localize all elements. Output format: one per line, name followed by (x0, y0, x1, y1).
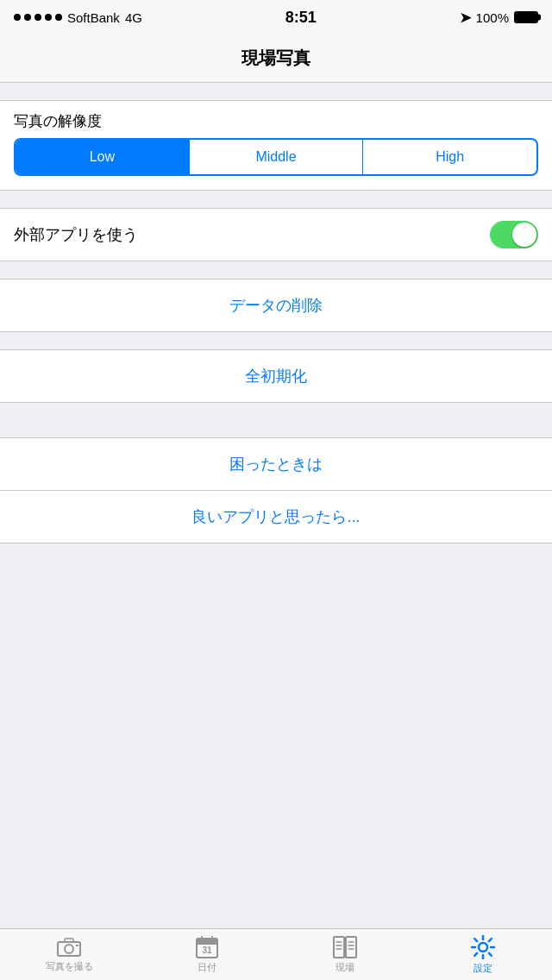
tab-genba-label: 現場 (336, 961, 354, 974)
svg-line-23 (474, 939, 477, 941)
tab-camera[interactable]: 写真を撮る (0, 929, 138, 980)
gear-icon (471, 935, 495, 959)
tab-genba[interactable]: 現場 (276, 929, 414, 980)
photo-resolution-header: 写真の解像度 (0, 101, 552, 138)
gap-bottom (0, 543, 552, 561)
gap-mid4b (0, 420, 552, 437)
gap-mid4 (0, 403, 552, 420)
resolution-segmented-control: Low Middle High (14, 138, 538, 176)
signal-dots (14, 14, 62, 21)
content-area: 写真の解像度 Low Middle High 外部アプリを使う データの削除 全… (0, 83, 552, 928)
gap-mid3 (0, 332, 552, 349)
reset-all-label: 全初期化 (245, 366, 307, 386)
book-icon (333, 936, 357, 958)
resolution-middle-button[interactable]: Middle (190, 140, 364, 174)
battery-icon (514, 11, 538, 23)
resolution-high-button[interactable]: High (363, 140, 536, 174)
tab-date-label: 日付 (198, 961, 216, 974)
help-row[interactable]: 困ったときは (0, 438, 552, 490)
gap-top (0, 83, 552, 100)
status-time: 8:51 (285, 9, 317, 27)
gap-mid1 (0, 191, 552, 208)
delete-data-section: データの削除 (0, 279, 552, 332)
tab-bar: 写真を撮る 31 日付 (0, 928, 552, 980)
toggle-knob (512, 223, 536, 247)
delete-data-label: データの削除 (229, 295, 323, 316)
help-label: 困ったときは (229, 454, 323, 474)
reset-all-row[interactable]: 全初期化 (0, 350, 552, 402)
svg-rect-3 (76, 945, 78, 946)
camera-icon (57, 937, 81, 958)
rate-label: 良いアプリと思ったら... (191, 506, 360, 527)
svg-point-1 (65, 945, 73, 953)
rate-row[interactable]: 良いアプリと思ったら... (0, 491, 552, 543)
gap-mid2 (0, 261, 552, 279)
tab-date[interactable]: 31 日付 (138, 929, 276, 980)
svg-line-26 (474, 952, 477, 955)
page-title: 現場写真 (242, 47, 310, 70)
external-app-row: 外部アプリを使う (0, 208, 552, 261)
resolution-low-button[interactable]: Low (16, 140, 190, 174)
delete-data-row[interactable]: データの削除 (0, 280, 552, 331)
svg-text:31: 31 (202, 945, 212, 955)
svg-rect-2 (65, 939, 73, 942)
status-left: SoftBank 4G (14, 10, 142, 25)
network-label: 4G (125, 10, 142, 25)
tab-camera-label: 写真を撮る (46, 960, 93, 973)
svg-line-25 (489, 939, 492, 941)
calendar-icon: 31 (196, 936, 218, 958)
svg-point-18 (479, 943, 487, 952)
svg-line-24 (489, 952, 492, 955)
status-right: ➤ 100% (460, 9, 538, 26)
tab-settings-label: 設定 (474, 962, 492, 975)
location-icon: ➤ (460, 9, 471, 26)
tab-settings[interactable]: 設定 (414, 929, 552, 980)
svg-rect-9 (334, 937, 344, 958)
carrier-label: SoftBank (67, 10, 120, 25)
svg-rect-5 (197, 939, 217, 945)
help-section: 困ったときは 良いアプリと思ったら... (0, 437, 552, 543)
battery-percent: 100% (476, 10, 509, 25)
status-bar: SoftBank 4G 8:51 ➤ 100% (0, 0, 552, 35)
reset-all-section: 全初期化 (0, 349, 552, 403)
external-app-label: 外部アプリを使う (14, 224, 138, 245)
external-app-toggle[interactable] (490, 221, 538, 248)
battery-fill (516, 13, 536, 22)
svg-rect-10 (346, 937, 356, 958)
photo-resolution-section: 写真の解像度 Low Middle High (0, 100, 552, 191)
navigation-bar: 現場写真 (0, 35, 552, 83)
